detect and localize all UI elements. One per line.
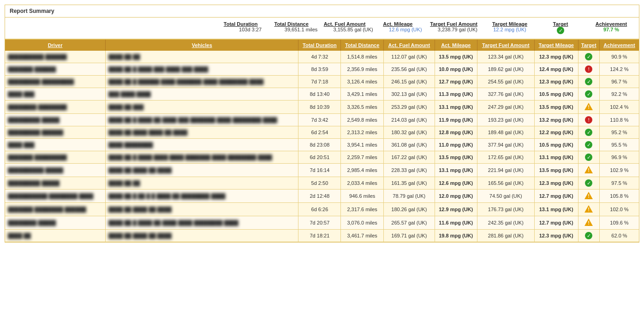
summary-col-value-6: ✓ bbox=[542, 27, 579, 34]
summary-header-label: Target Mileage bbox=[492, 21, 527, 27]
target-fuel-cell: 377.94 gal (UK) bbox=[477, 139, 534, 151]
act-fuel-cell: 235.56 gal (UK) bbox=[383, 63, 435, 76]
target-cell: ✓ bbox=[578, 177, 599, 190]
act-fuel-cell: 302.13 gal (UK) bbox=[383, 88, 435, 101]
summary-header-label: Act. Mileage bbox=[383, 21, 412, 27]
table-row: ███████ ████████ ██████████ ██ ████ ██ █… bbox=[5, 203, 639, 216]
table-header-6[interactable]: Target Fuel Amount bbox=[477, 40, 534, 51]
target-icon-yellow bbox=[584, 103, 593, 110]
achievement-cell: 95.2 % bbox=[599, 126, 639, 139]
target-icon-yellow bbox=[584, 166, 593, 173]
driver-cell: ███████ ██████ bbox=[5, 63, 106, 76]
triangle-shape bbox=[584, 166, 593, 173]
act-mileage-cell: 13.1 mpg (UK) bbox=[435, 101, 477, 114]
vehicles-cell: ████ ██ ████ ██ ████ bbox=[106, 203, 298, 216]
target-icon-yellow bbox=[584, 205, 593, 213]
target-mileage-cell: 12.2 mpg (UK) bbox=[534, 126, 578, 139]
table-row: ████ ███████ ████████8d 23:083,954.1 mil… bbox=[5, 139, 639, 151]
table-row: ███████████ ████████ ████████ ██ █ ██ █ … bbox=[5, 190, 639, 203]
table-row: ████████ ████████████ ██ ███8d 10:393,32… bbox=[5, 101, 639, 114]
target-fuel-cell: 165.56 gal (UK) bbox=[477, 177, 534, 190]
distance-cell: 3,126.4 miles bbox=[341, 76, 384, 88]
summary-value: 12.6 mpg (UK) bbox=[389, 27, 422, 32]
act-fuel-cell: 78.79 gal (UK) bbox=[383, 190, 435, 203]
table-header-3[interactable]: Total Distance bbox=[341, 40, 384, 51]
distance-cell: 2,033.4 miles bbox=[341, 177, 384, 190]
triangle-shape bbox=[584, 103, 593, 110]
target-cell: ! bbox=[578, 114, 599, 126]
summary-col-value-4: 3,238.79 gal (UK) bbox=[438, 27, 477, 32]
summary-col-value-1: 39,651.1 miles bbox=[283, 27, 320, 32]
duration-cell: 8d 10:39 bbox=[298, 101, 341, 114]
distance-cell: 3,326.5 miles bbox=[341, 101, 384, 114]
vehicles-cell: ████ ██ ████ ██ ████ bbox=[106, 164, 298, 177]
duration-cell: 8d 23:08 bbox=[298, 139, 341, 151]
vehicles-cell: ████ ██ ███ bbox=[106, 101, 298, 114]
act-fuel-cell: 167.22 gal (UK) bbox=[383, 151, 435, 164]
target-icon-red: ! bbox=[585, 65, 592, 73]
duration-cell: 7d 18:21 bbox=[298, 230, 341, 242]
achievement-cell: 102.4 % bbox=[599, 101, 639, 114]
achievement-cell: 102.0 % bbox=[599, 203, 639, 216]
achievement-cell: 110.8 % bbox=[599, 114, 639, 126]
achievement-cell: 102.9 % bbox=[599, 164, 639, 177]
target-fuel-cell: 176.73 gal (UK) bbox=[477, 203, 534, 216]
target-cell: ✓ bbox=[578, 126, 599, 139]
achievement-cell: 97.5 % bbox=[599, 177, 639, 190]
triangle-shape bbox=[584, 205, 593, 213]
table-row: █████████ █████████████ ██ █ ██████ ████… bbox=[5, 76, 639, 88]
achievement-cell: 62.0 % bbox=[599, 230, 639, 242]
duration-cell: 2d 12:48 bbox=[298, 190, 341, 203]
driver-cell: ███████ █████████ bbox=[5, 151, 106, 164]
summary-value: 103d 3:27 bbox=[239, 27, 262, 32]
target-cell: ✓ bbox=[578, 151, 599, 164]
target-mileage-cell: 13.5 mpg (UK) bbox=[534, 101, 578, 114]
vehicles-cell: ████ ██ █ ████ ██ ████ ████ ████████ ███… bbox=[106, 216, 298, 230]
act-mileage-cell: 12.6 mpg (UK) bbox=[435, 177, 477, 190]
act-fuel-cell: 214.03 gal (UK) bbox=[383, 114, 435, 126]
table-header-4[interactable]: Act. Fuel Amount bbox=[383, 40, 435, 51]
achievement-cell: 96.9 % bbox=[599, 151, 639, 164]
summary-section: Total DurationTotal DistanceAct. Fuel Am… bbox=[5, 18, 639, 40]
target-mileage-cell: 13.1 mpg (UK) bbox=[534, 203, 578, 216]
table-header-1[interactable]: Vehicles bbox=[106, 40, 298, 51]
summary-value: 39,651.1 miles bbox=[285, 27, 318, 32]
summary-col-header-5: Target Mileage bbox=[491, 21, 528, 27]
act-mileage-cell: 10.0 mpg (UK) bbox=[435, 63, 477, 76]
vehicles-cell: ████ ██ ████ ██ ████ bbox=[106, 230, 298, 242]
target-fuel-cell: 281.86 gal (UK) bbox=[477, 230, 534, 242]
vehicles-cell: ████ ██ ████ ████ ██ ████ bbox=[106, 126, 298, 139]
target-cell: ✓ bbox=[578, 230, 599, 242]
distance-cell: 2,313.2 miles bbox=[341, 126, 384, 139]
summary-col-value-2: 3,155.85 gal (UK) bbox=[334, 27, 373, 32]
distance-cell: 2,317.6 miles bbox=[341, 203, 384, 216]
target-fuel-cell: 74.50 gal (UK) bbox=[477, 190, 534, 203]
distance-cell: 3,076.0 miles bbox=[341, 216, 384, 230]
driver-cell: █████████ █████ bbox=[5, 177, 106, 190]
target-icon-green: ✓ bbox=[585, 154, 592, 161]
driver-cell: ███████████ ████████ ████ bbox=[5, 190, 106, 203]
target-fuel-cell: 193.23 gal (UK) bbox=[477, 114, 534, 126]
driver-cell: ████████ ████████ bbox=[5, 101, 106, 114]
target-fuel-cell: 123.34 gal (UK) bbox=[477, 51, 534, 63]
act-mileage-cell: 11.6 mpg (UK) bbox=[435, 216, 477, 230]
driver-cell: ████ ███ bbox=[5, 88, 106, 101]
table-header-8[interactable]: Target bbox=[578, 40, 599, 51]
summary-row: Total DurationTotal DistanceAct. Fuel Am… bbox=[10, 21, 634, 27]
table-header-5[interactable]: Act. Mileage bbox=[435, 40, 477, 51]
table-header-0[interactable]: Driver bbox=[5, 40, 106, 51]
target-cell bbox=[578, 190, 599, 203]
summary-values: 103d 3:2739,651.1 miles3,155.85 gal (UK)… bbox=[10, 27, 634, 34]
vehicles-cell: ████ ██ ██ bbox=[106, 177, 298, 190]
target-mileage-cell: 10.5 mpg (UK) bbox=[534, 88, 578, 101]
duration-cell: 7d 16:14 bbox=[298, 164, 341, 177]
table-header-7[interactable]: Target Mileage bbox=[534, 40, 578, 51]
data-table: DriverVehiclesTotal DurationTotal Distan… bbox=[5, 40, 639, 242]
distance-cell: 2,259.7 miles bbox=[341, 151, 384, 164]
table-header-2[interactable]: Total Duration bbox=[298, 40, 341, 51]
summary-value: 3,155.85 gal (UK) bbox=[334, 27, 373, 32]
distance-cell: 2,985.4 miles bbox=[341, 164, 384, 177]
table-header-9[interactable]: Achievement bbox=[599, 40, 639, 51]
target-icon-green: ✓ bbox=[585, 78, 592, 85]
target-cell: ✓ bbox=[578, 76, 599, 88]
